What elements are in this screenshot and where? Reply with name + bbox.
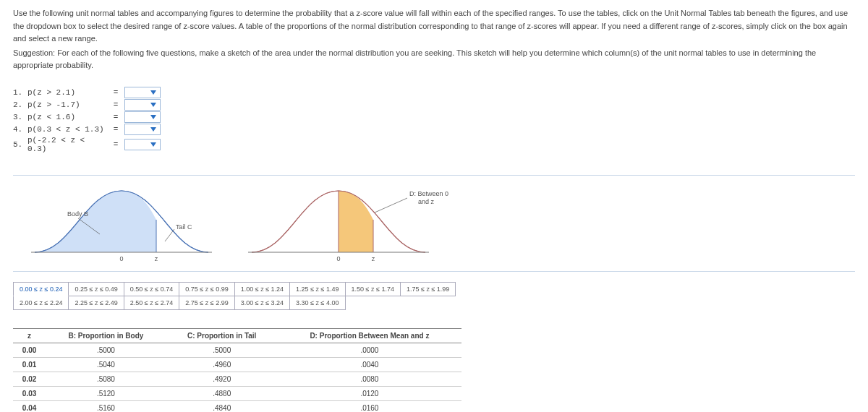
table-cell: 0.03	[13, 386, 46, 400]
range-tab[interactable]: 2.00 ≤ z ≤ 2.24	[13, 296, 69, 310]
question-expression: p(z > -1.7)	[27, 100, 107, 109]
equals-sign: =	[111, 140, 120, 149]
question-expression: p(z < 1.6)	[27, 113, 107, 121]
question-row: 2. p(z > -1.7) =	[13, 99, 855, 111]
table-cell: .4840	[166, 400, 278, 412]
divider	[13, 271, 855, 272]
range-tab[interactable]: 1.00 ≤ z ≤ 1.24	[234, 282, 290, 296]
svg-line-7	[375, 198, 407, 213]
table-header-tail: C: Proportion in Tail	[166, 328, 278, 343]
answer-dropdown-4[interactable]	[124, 124, 161, 135]
axis-z: z	[155, 255, 158, 262]
table-header-between: D: Proportion Between Mean and z	[278, 328, 461, 343]
table-header-body: B: Proportion in Body	[46, 328, 166, 343]
table-cell: 0.04	[13, 400, 46, 412]
between-label-2: and z	[418, 198, 435, 205]
range-tab[interactable]: 3.00 ≤ z ≤ 3.24	[234, 296, 290, 310]
axis-zero: 0	[336, 255, 340, 262]
figure-body-tail: 0 z Body B Tail C	[27, 180, 216, 267]
table-row: 0.03.5120.4880.0120	[13, 386, 461, 400]
table-cell: .5000	[166, 343, 278, 357]
between-label-1: D: Between 0	[409, 190, 448, 197]
table-cell: .0040	[278, 357, 461, 372]
tail-c-label: Tail C	[176, 223, 192, 231]
table-cell: .0080	[278, 372, 461, 386]
question-number: 3.	[13, 113, 23, 121]
equals-sign: =	[111, 88, 120, 97]
question-number: 5.	[13, 140, 23, 149]
table-cell: .5160	[46, 400, 166, 412]
range-tab[interactable]: 2.50 ≤ z ≤ 2.74	[124, 296, 179, 310]
answer-dropdown-1[interactable]	[124, 87, 161, 98]
range-tab[interactable]: 0.75 ≤ z ≤ 0.99	[179, 282, 234, 296]
range-tab[interactable]: 1.25 ≤ z ≤ 1.49	[289, 282, 345, 296]
figure-between: 0 z D: Between 0 and z	[244, 180, 461, 267]
table-cell: .5040	[46, 357, 166, 372]
question-number: 4.	[13, 125, 23, 134]
table-row: 0.00.5000.5000.0000	[13, 343, 461, 357]
question-number: 1.	[13, 88, 23, 97]
table-cell: 0.01	[13, 357, 46, 372]
question-row: 1. p(z > 2.1) =	[13, 87, 855, 98]
body-b-label: Body B	[67, 210, 88, 218]
questions-list: 1. p(z > 2.1) = 2. p(z > -1.7) = 3. p(z …	[13, 87, 855, 153]
instructions-paragraph-2: Suggestion: For each of the following fi…	[13, 47, 855, 72]
divider	[13, 175, 855, 176]
table-cell: .0160	[278, 400, 461, 412]
instructions-block: Use the following unit normal tables and…	[13, 7, 855, 72]
range-tabs: 0.00 ≤ z ≤ 0.240.25 ≤ z ≤ 0.490.50 ≤ z ≤…	[13, 282, 577, 309]
table-cell: 0.00	[13, 343, 46, 357]
table-cell: .5000	[46, 343, 166, 357]
table-row: 0.02.5080.4920.0080	[13, 372, 461, 386]
svg-line-3	[165, 229, 174, 241]
axis-zero: 0	[119, 255, 123, 262]
range-tab[interactable]: 3.30 ≤ z ≤ 4.00	[289, 296, 345, 310]
table-cell: .0120	[278, 386, 461, 400]
range-tab[interactable]: 0.50 ≤ z ≤ 0.74	[124, 282, 179, 296]
table-cell: .4880	[166, 386, 278, 400]
question-row: 4. p(0.3 < z < 1.3) =	[13, 124, 855, 135]
question-row: 5. p(-2.2 < z < 0.3) =	[13, 136, 855, 153]
table-cell: .4960	[166, 357, 278, 372]
range-tab[interactable]: 1.50 ≤ z ≤ 1.74	[345, 282, 401, 296]
equals-sign: =	[111, 113, 120, 121]
range-tab[interactable]: 0.00 ≤ z ≤ 0.24	[13, 282, 69, 296]
table-cell: .0000	[278, 343, 461, 357]
table-cell: .5080	[46, 372, 166, 386]
table-cell: .4920	[166, 372, 278, 386]
axis-z: z	[372, 255, 375, 262]
question-expression: p(0.3 < z < 1.3)	[27, 125, 107, 134]
answer-dropdown-3[interactable]	[124, 111, 161, 123]
table-header-z: z	[13, 328, 46, 343]
table-row: 0.01.5040.4960.0040	[13, 357, 461, 372]
figures-row: 0 z Body B Tail C 0 z D: Between 0 and z	[27, 180, 855, 267]
answer-dropdown-5[interactable]	[124, 139, 161, 150]
range-tab[interactable]: 2.25 ≤ z ≤ 2.49	[68, 296, 124, 310]
question-expression: p(z > 2.1)	[27, 88, 107, 97]
unit-normal-table: z B: Proportion in Body C: Proportion in…	[13, 328, 461, 412]
equals-sign: =	[111, 125, 120, 134]
range-tab[interactable]: 0.25 ≤ z ≤ 0.49	[68, 282, 124, 296]
question-expression: p(-2.2 < z < 0.3)	[27, 136, 107, 153]
range-tab[interactable]: 2.75 ≤ z ≤ 2.99	[179, 296, 234, 310]
equals-sign: =	[111, 100, 120, 109]
table-cell: .5120	[46, 386, 166, 400]
answer-dropdown-2[interactable]	[124, 99, 161, 111]
range-tab[interactable]: 1.75 ≤ z ≤ 1.99	[400, 282, 456, 296]
table-row: 0.04.5160.4840.0160	[13, 400, 461, 412]
instructions-paragraph-1: Use the following unit normal tables and…	[13, 7, 855, 46]
question-number: 2.	[13, 100, 23, 109]
table-cell: 0.02	[13, 372, 46, 386]
question-row: 3. p(z < 1.6) =	[13, 111, 855, 123]
